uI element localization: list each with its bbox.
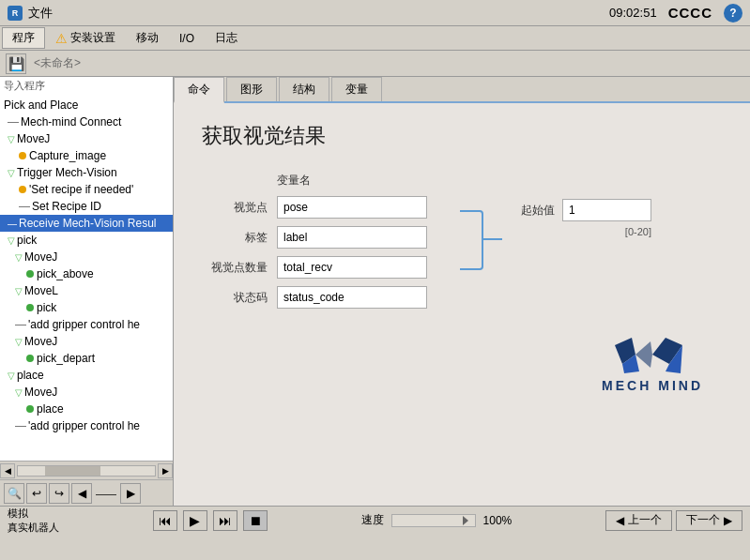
- tree-label: 'add gripper control he: [28, 318, 140, 331]
- scroll-thumb: [45, 466, 99, 476]
- stop-button[interactable]: ⏹: [243, 510, 268, 531]
- tab-shape[interactable]: 图形: [226, 77, 277, 101]
- triangle-icon: ▽: [15, 337, 23, 347]
- tree-item-capture-image[interactable]: Capture_image: [0, 147, 173, 164]
- simulate-label: 模拟: [8, 507, 59, 520]
- tree-item-pick-and-place[interactable]: Pick and Place: [0, 97, 173, 114]
- title-bar: R 文件 09:02:51 CCCC ?: [0, 0, 750, 26]
- cc-label: CCCC: [668, 5, 712, 21]
- label-tag: 标签: [202, 230, 268, 246]
- nav-next-button[interactable]: ▶: [120, 483, 141, 504]
- label-status-code: 状态码: [202, 290, 268, 306]
- variable-section-label: 变量名: [277, 173, 311, 189]
- tree-label: Pick and Place: [4, 98, 78, 112]
- bracket-shape: [460, 210, 483, 270]
- dash-icon: —: [19, 200, 30, 213]
- scroll-right-arrow[interactable]: ▶: [158, 463, 173, 478]
- left-panel: 导入程序 Pick and Place — Mech-mind Connect …: [0, 77, 174, 506]
- tree-label: Trigger Mech-Vision: [17, 166, 117, 179]
- dot-icon: [19, 152, 26, 159]
- undo-button[interactable]: ↩: [26, 483, 47, 504]
- tree-item-place[interactable]: ▽ place: [0, 367, 173, 384]
- content-area: 获取视觉结果 变量名 视觉点 标签: [174, 103, 750, 506]
- zoom-in-button[interactable]: 🔍: [4, 483, 24, 504]
- menu-io[interactable]: I/O: [169, 29, 205, 48]
- next-label: 下一个: [686, 512, 720, 528]
- scroll-track[interactable]: [17, 465, 156, 477]
- tabs: 命令 图形 结构 变量: [174, 77, 750, 103]
- tree-item-movej-3[interactable]: ▽ MoveJ: [0, 333, 173, 350]
- dash-icon: —: [8, 115, 19, 129]
- right-panel: 命令 图形 结构 变量 获取视觉结果 变量名 视觉点: [174, 77, 750, 506]
- tree-item-pick[interactable]: ▽ pick: [0, 232, 173, 249]
- skip-back-button[interactable]: ⏮: [153, 510, 177, 531]
- tree-label: pick: [17, 234, 37, 247]
- tree-item-trigger-mech-vision[interactable]: ▽ Trigger Mech-Vision: [0, 164, 173, 181]
- tree-item-pick-above[interactable]: pick_above: [0, 265, 173, 282]
- play-button[interactable]: ▶: [183, 510, 207, 531]
- svg-marker-2: [635, 341, 652, 368]
- skip-forward-button[interactable]: ⏭: [213, 510, 237, 531]
- help-button[interactable]: ?: [724, 4, 742, 23]
- green-dot-icon: [26, 405, 34, 413]
- prev-button[interactable]: ◀ 上一个: [605, 510, 672, 531]
- input-viewpoint[interactable]: [277, 196, 427, 219]
- dash-icon: —: [15, 419, 26, 432]
- tree-item-mech-mind-connect[interactable]: — Mech-mind Connect: [0, 114, 173, 130]
- speed-slider-track[interactable]: [391, 514, 476, 527]
- tree-item-pick-depart[interactable]: pick_depart: [0, 350, 173, 367]
- input-status-code[interactable]: [277, 286, 427, 309]
- input-viewpoint-count[interactable]: [277, 256, 427, 279]
- label-viewpoint-count: 视觉点数量: [202, 260, 268, 276]
- tree-item-movel[interactable]: ▽ MoveL: [0, 282, 173, 299]
- speed-area: 速度 100%: [361, 512, 513, 528]
- form-row-status-code: 状态码: [202, 286, 427, 309]
- tree-item-add-gripper-2[interactable]: — 'add gripper control he: [0, 417, 173, 434]
- tree-item-add-gripper-1[interactable]: — 'add gripper control he: [0, 316, 173, 333]
- label-viewpoint: 视觉点: [202, 200, 268, 216]
- right-value-area: 起始值 [0-20]: [521, 199, 651, 238]
- tree-label: 'Set recipe if needed': [29, 183, 133, 196]
- menu-install-label: 安装设置: [70, 30, 115, 46]
- green-dot-icon: [26, 304, 34, 311]
- redo-button[interactable]: ↪: [49, 483, 69, 504]
- dash-icon: —: [8, 219, 17, 229]
- tree-label: MoveJ: [24, 335, 57, 348]
- input-tag[interactable]: [277, 226, 427, 249]
- form-row-tag: 标签: [202, 226, 427, 249]
- green-dot-icon: [26, 355, 34, 362]
- green-dot-icon: [26, 270, 34, 278]
- save-button[interactable]: 💾: [6, 53, 26, 74]
- tree-item-set-recipe-id[interactable]: — Set Recipe ID: [0, 198, 173, 215]
- triangle-icon: ▽: [15, 252, 23, 263]
- title-right: 09:02:51 CCCC ?: [609, 4, 742, 23]
- menu-log[interactable]: 日志: [205, 27, 248, 49]
- tree-container: Pick and Place — Mech-mind Connect ▽ Mov…: [0, 95, 173, 461]
- menu-program[interactable]: 程序: [2, 27, 45, 49]
- real-robot-label: 真实机器人: [8, 521, 59, 534]
- triangle-icon: ▽: [8, 371, 15, 381]
- tree-label: 'add gripper control he: [28, 419, 140, 432]
- left-toolbar: 🔍 ↩ ↪ ◀ —— ▶: [0, 479, 173, 506]
- nav-prev-button[interactable]: ◀: [71, 483, 92, 504]
- tree-item-receive-mech-vision[interactable]: — Receive Mech-Vision Resul: [0, 215, 173, 232]
- tab-structure[interactable]: 结构: [279, 77, 329, 101]
- tab-command[interactable]: 命令: [174, 77, 224, 103]
- tree-item-pick-2[interactable]: pick: [0, 299, 173, 316]
- triangle-icon: ▽: [8, 168, 15, 178]
- triangle-icon: ▽: [8, 235, 15, 246]
- tree-label: place: [37, 402, 64, 416]
- scroll-left-arrow[interactable]: ◀: [0, 463, 15, 478]
- connector-value-input[interactable]: [562, 199, 651, 221]
- tree-item-movej-2[interactable]: ▽ MoveJ: [0, 249, 173, 265]
- menu-move[interactable]: 移动: [126, 27, 169, 49]
- next-button[interactable]: 下一个 ▶: [676, 510, 742, 531]
- tree-item-place-2[interactable]: place: [0, 401, 173, 417]
- tree-item-movej-4[interactable]: ▽ MoveJ: [0, 384, 173, 401]
- triangle-icon: ▽: [8, 134, 15, 144]
- clock: 09:02:51: [609, 6, 657, 20]
- tab-variable[interactable]: 变量: [331, 77, 382, 101]
- menu-install[interactable]: ⚠ 安装设置: [45, 27, 126, 49]
- tree-item-movej-1[interactable]: ▽ MoveJ: [0, 130, 173, 147]
- tree-item-set-recipe[interactable]: 'Set recipe if needed': [0, 181, 173, 198]
